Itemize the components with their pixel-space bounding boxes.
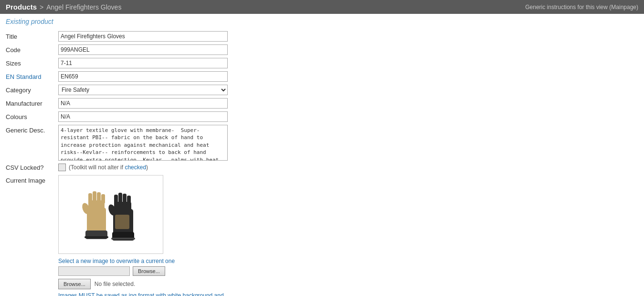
title-input[interactable]	[58, 31, 228, 42]
svg-rect-18	[115, 215, 129, 229]
breadcrumb-current: Angel Firefighters Gloves	[46, 3, 121, 11]
title-label: Title	[6, 31, 58, 40]
generic-desc-row: Generic Desc. 4-layer textile glove with…	[6, 125, 638, 161]
current-image-label: Current Image	[6, 175, 58, 184]
breadcrumb-products[interactable]: Products	[6, 3, 37, 11]
csv-locked-label: CSV Locked?	[6, 164, 58, 171]
sizes-input[interactable]	[58, 58, 228, 68]
file-input-row: Browse...	[58, 266, 638, 276]
svg-rect-8	[84, 236, 108, 238]
svg-rect-14	[127, 196, 131, 205]
colours-input[interactable]	[58, 111, 228, 122]
svg-rect-3	[93, 191, 96, 204]
browse-button-top[interactable]: Browse...	[133, 266, 165, 276]
form-area: Title Code Sizes EN Standard Category Fi…	[0, 29, 644, 296]
image-requirements: Images MUST be saved as jpg format with …	[58, 291, 230, 296]
code-label: Code	[6, 44, 58, 54]
en-standard-label: EN Standard	[6, 71, 58, 80]
browse-row2: Browse... No file selected.	[58, 279, 638, 289]
svg-rect-2	[88, 193, 92, 204]
page-heading: Existing product	[0, 14, 644, 29]
code-row: Code	[6, 44, 638, 55]
sizes-label: Sizes	[6, 58, 58, 67]
csv-locked-row: CSV Locked? (Toolkit will not alter if c…	[6, 164, 638, 171]
svg-rect-17	[111, 238, 135, 240]
file-path-input[interactable]	[58, 266, 130, 276]
manufacturer-row: Manufacturer	[6, 98, 638, 109]
generic-desc-label: Generic Desc.	[6, 125, 58, 134]
current-image-row: Current Image	[6, 175, 638, 254]
code-input[interactable]	[58, 44, 228, 55]
breadcrumb: Products > Angel Firefighters Gloves	[6, 3, 121, 11]
manufacturer-label: Manufacturer	[6, 98, 58, 107]
csv-locked-note: (Toolkit will not alter if checked)	[69, 164, 148, 171]
en-standard-row: EN Standard	[6, 71, 638, 82]
csv-locked-checkbox[interactable]	[58, 164, 66, 171]
select-new-image-text: Select a new image to overwrite a curren…	[58, 258, 638, 264]
category-select[interactable]: Fire Safety	[58, 85, 228, 95]
breadcrumb-separator: >	[40, 3, 43, 11]
svg-rect-13	[123, 194, 127, 205]
header-bar: Products > Angel Firefighters Gloves Gen…	[0, 0, 644, 14]
generic-desc-textarea[interactable]: 4-layer textile glove with membrane- Sup…	[58, 125, 228, 161]
no-file-text: No file selected.	[95, 281, 135, 287]
browse-button-main[interactable]: Browse...	[58, 279, 91, 289]
header-instructions: Generic instructions for this view (Main…	[525, 4, 638, 11]
svg-rect-5	[101, 194, 105, 204]
category-row: Category Fire Safety	[6, 85, 638, 95]
file-upload-section: Select a new image to overwrite a curren…	[58, 258, 638, 296]
svg-rect-4	[97, 192, 101, 204]
category-label: Category	[6, 85, 58, 94]
colours-row: Colours	[6, 111, 638, 122]
manufacturer-input[interactable]	[58, 98, 228, 109]
svg-rect-12	[118, 193, 122, 205]
colours-label: Colours	[6, 111, 58, 121]
current-image-box	[58, 175, 163, 254]
en-standard-input[interactable]	[58, 71, 228, 82]
title-row: Title	[6, 31, 638, 42]
gloves-image	[73, 186, 149, 243]
csv-locked-content: (Toolkit will not alter if checked)	[58, 164, 148, 171]
svg-rect-11	[114, 195, 118, 205]
sizes-row: Sizes	[6, 58, 638, 68]
